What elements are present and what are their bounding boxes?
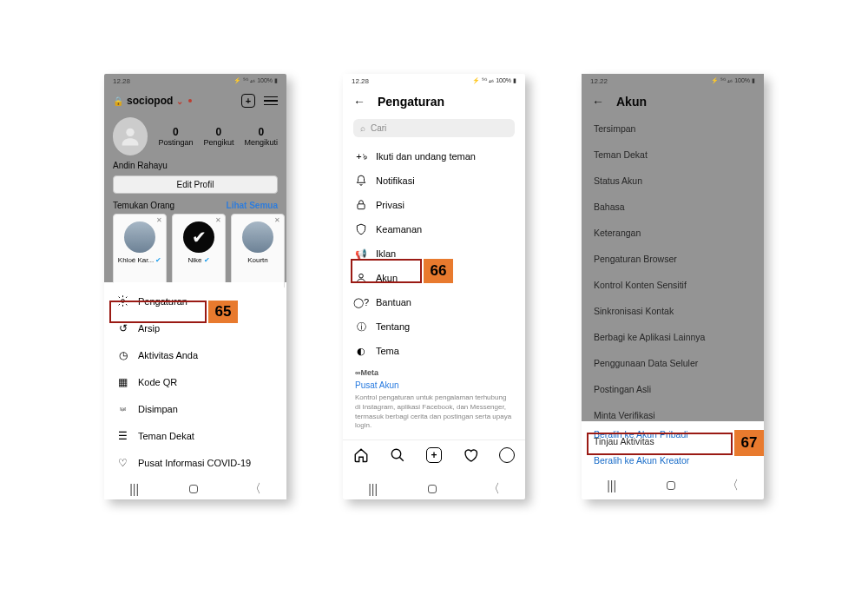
meta-description: Kontrol pengaturan untuk pengalaman terh… <box>343 390 525 439</box>
status-right: ⚡ ⁵ᴳ ₄₆ 100% ▮ <box>711 77 755 84</box>
qr-icon: ▦ <box>116 375 129 388</box>
home-icon[interactable] <box>353 447 369 463</box>
meta-label: ∞Meta <box>343 363 525 380</box>
row-tema[interactable]: ◐Tema <box>343 339 525 363</box>
search-icon[interactable] <box>390 447 405 463</box>
row-postingan-asli[interactable]: Postingan Asli <box>582 376 764 402</box>
row-keterangan[interactable]: Keterangan <box>582 220 764 246</box>
row-bantuan[interactable]: ◯?Bantuan <box>343 290 525 314</box>
row-notifikasi[interactable]: Notifikasi <box>343 169 525 193</box>
status-right: ⚡ ⁵ᴳ ₄₆ 100% ▮ <box>233 77 278 84</box>
verified-icon: ✔ <box>204 256 210 264</box>
akun-title: Akun <box>616 95 647 109</box>
menu-aktivitas[interactable]: ◷Aktivitas Anda <box>104 341 286 368</box>
theme-icon: ◐ <box>355 345 367 357</box>
status-right: ⚡ ⁵ᴳ ₄₆ 100% ▮ <box>472 77 516 84</box>
suggestion-card[interactable]: ✕✔Nike✔ <box>172 214 226 292</box>
nike-logo: ✔ <box>183 221 214 253</box>
menu-qr[interactable]: ▦Kode QR <box>104 368 286 395</box>
callout-67: 67 <box>734 430 764 456</box>
stat-posts[interactable]: 0Postingan <box>158 126 193 147</box>
callout-66: 66 <box>424 259 453 283</box>
phone-settings: 12.28 ⚡ ⁵ᴳ ₄₆ 100% ▮ ← Pengaturan ⌕ Cari… <box>343 74 525 499</box>
row-teman-dekat[interactable]: Teman Dekat <box>582 142 764 168</box>
status-bar: 12.28 ⚡ ⁵ᴳ ₄₆ 100% ▮ <box>343 74 525 88</box>
add-friend-icon: +ঌ <box>355 150 367 162</box>
back-button[interactable]: 〈 <box>249 481 261 497</box>
menu-teman-dekat[interactable]: ☰Teman Dekat <box>104 422 286 449</box>
profile-stats-row: 0Postingan 0Pengikut 0Mengikuti <box>104 114 286 159</box>
edit-profile-button[interactable]: Edit Profil <box>113 175 278 194</box>
bell-icon <box>355 175 367 187</box>
status-bar: 12.22 ⚡ ⁵ᴳ ₄₆ 100% ▮ <box>582 74 764 88</box>
profile-header: 🔒 sociopod ⌄ + <box>104 88 286 114</box>
status-time: 12.28 <box>113 77 130 85</box>
row-browser[interactable]: Pengaturan Browser <box>582 246 764 272</box>
see-all-link[interactable]: Lihat Semua <box>227 201 278 210</box>
verified-icon: ✔ <box>155 256 161 264</box>
menu-covid[interactable]: ♡Pusat Informasi COVID-19 <box>104 449 286 476</box>
status-bar: 12.28 ⚡ ⁵ᴳ ₄₆ 100% ▮ <box>104 74 286 88</box>
close-icon[interactable]: ✕ <box>156 216 162 224</box>
list-icon: ☰ <box>116 429 129 442</box>
username-dropdown[interactable]: 🔒 sociopod ⌄ <box>113 95 192 107</box>
row-bahasa[interactable]: Bahasa <box>582 194 764 220</box>
home-button[interactable] <box>428 485 437 493</box>
svg-rect-2 <box>358 204 365 209</box>
back-arrow-icon[interactable]: ← <box>353 95 365 109</box>
back-button[interactable]: 〈 <box>488 481 500 497</box>
row-privasi[interactable]: Privasi <box>343 193 525 217</box>
close-icon[interactable]: ✕ <box>274 216 280 224</box>
recent-button[interactable]: ||| <box>607 479 616 492</box>
row-tersimpan[interactable]: Tersimpan <box>582 116 764 142</box>
row-data-seluler[interactable]: Penggunaan Data Seluler <box>582 350 764 376</box>
hamburger-button[interactable] <box>264 96 278 106</box>
recent-button[interactable]: ||| <box>368 482 378 496</box>
home-button[interactable] <box>667 481 675 490</box>
pusat-akun-link[interactable]: Pusat Akun <box>343 380 525 390</box>
stat-following[interactable]: 0Mengikuti <box>244 126 278 147</box>
highlight-box-65 <box>109 301 207 323</box>
bottom-nav: + <box>343 439 525 469</box>
avatar[interactable] <box>113 117 148 155</box>
row-ikuti[interactable]: +ঌIkuti dan undang teman <box>343 144 525 169</box>
discover-header: Temukan Orang Lihat Semua <box>104 194 286 214</box>
row-keamanan[interactable]: Keamanan <box>343 217 525 241</box>
home-button[interactable] <box>189 485 198 493</box>
android-nav: ||| 〈 <box>104 479 286 499</box>
settings-header: ← Pengaturan <box>343 88 525 116</box>
row-verifikasi[interactable]: Minta Verifikasi <box>582 402 764 428</box>
status-time: 12.22 <box>590 77 608 85</box>
row-kontak[interactable]: Sinkronisasi Kontak <box>582 298 764 324</box>
svg-point-0 <box>127 129 135 136</box>
back-arrow-icon[interactable]: ← <box>592 95 604 109</box>
search-icon: ⌕ <box>360 123 365 133</box>
callout-65: 65 <box>208 301 238 323</box>
row-aplikasi[interactable]: Berbagi ke Aplikasi Lainnya <box>582 324 764 350</box>
stat-followers[interactable]: 0Pengikut <box>203 126 233 147</box>
recent-button[interactable]: ||| <box>129 482 139 496</box>
row-status-akun[interactable]: Status Akun <box>582 168 764 194</box>
create-button[interactable]: + <box>241 94 255 108</box>
suggestion-card[interactable]: ✕Khloé Kar...✔ <box>113 214 167 292</box>
search-input[interactable]: ⌕ Cari <box>353 119 515 137</box>
svg-point-4 <box>391 449 401 459</box>
android-nav: ||| 〈 <box>582 473 764 498</box>
discover-label: Temukan Orang <box>113 201 174 210</box>
menu-disimpan[interactable]: ⎃Disimpan <box>104 395 286 422</box>
close-icon[interactable]: ✕ <box>215 216 221 224</box>
back-button[interactable]: 〈 <box>727 478 739 493</box>
settings-title: Pengaturan <box>378 95 444 109</box>
android-nav: ||| 〈 <box>343 479 525 499</box>
megaphone-icon: 📢 <box>355 248 367 260</box>
suggestion-card[interactable]: ✕Kourtn <box>231 214 285 292</box>
heart-icon[interactable] <box>463 447 478 463</box>
profile-tab[interactable] <box>499 447 515 463</box>
create-button[interactable]: + <box>426 447 442 463</box>
highlight-box-67 <box>587 433 733 455</box>
row-sensitif[interactable]: Kontrol Konten Sensitif <box>582 272 764 298</box>
row-tentang[interactable]: ⓘTentang <box>343 314 525 339</box>
lock-icon: 🔒 <box>113 96 123 106</box>
username: sociopod <box>127 95 173 107</box>
bookmark-icon: ⎃ <box>116 402 129 415</box>
